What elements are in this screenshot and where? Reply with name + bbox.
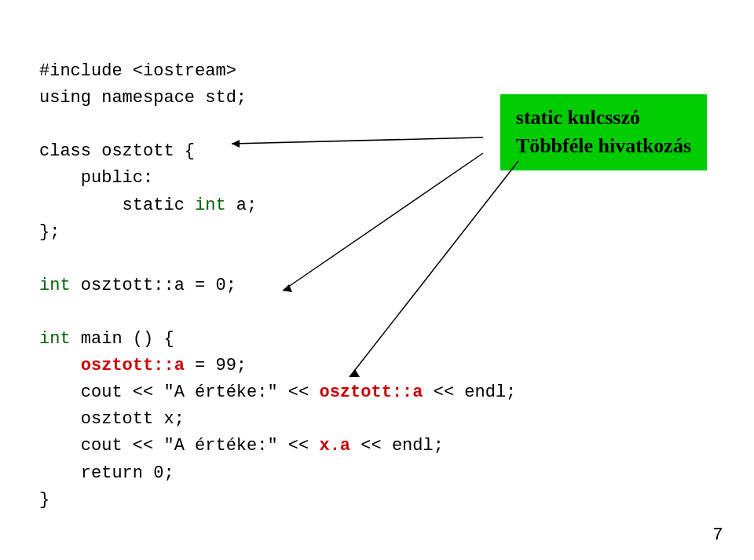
code-line-7: }; [39,222,60,242]
code-line-5: public: [39,168,153,188]
code-line-2: using namespace std; [39,88,247,108]
code-line-16: return 0; [39,463,174,483]
code-line-4: class osztott { [39,141,195,161]
code-line-9: int osztott::a = 0; [39,276,236,295]
annotation-line1: static kulcsszó [516,106,640,129]
code-line-13: cout << "A értéke:" << osztott::a << end… [39,382,516,402]
code-line-15: cout << "A értéke:" << x.a << endl; [39,436,444,456]
page-number: 7 [713,524,723,544]
slide: #include <iostream> using namespace std;… [0,0,754,560]
code-line-6: static int a; [39,196,257,215]
code-line-12: osztott::a = 99; [39,356,247,375]
annotation-box: static kulcsszó Többféle hivatkozás [500,94,707,170]
code-line-17: } [39,490,49,510]
code-line-11: int main () { [39,329,174,349]
code-line-1: #include <iostream> [39,61,236,81]
annotation-line2: Többféle hivatkozás [516,134,691,157]
code-line-14: osztott x; [39,409,185,429]
